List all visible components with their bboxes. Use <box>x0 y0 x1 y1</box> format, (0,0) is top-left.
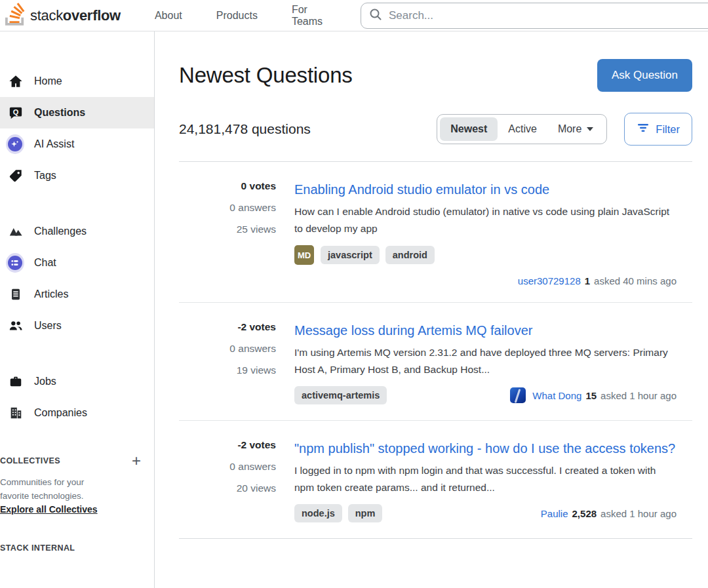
chat-icon <box>6 253 24 273</box>
sidebar-item-companies[interactable]: Companies <box>0 397 154 429</box>
question-title-link[interactable]: Enabling Android studio emulator in vs c… <box>294 180 677 199</box>
explore-collectives-link[interactable]: Explore all Collectives <box>0 504 98 515</box>
sidebar-item-label: Challenges <box>34 225 87 237</box>
sidebar-item-tags[interactable]: Tags <box>0 160 154 191</box>
sidebar-item-label: Tags <box>34 170 56 182</box>
stack-internal-heading: STACK INTERNAL <box>0 543 75 553</box>
tag-pill[interactable]: android <box>385 246 435 264</box>
nav-link-for-teams[interactable]: For Teams <box>275 0 340 36</box>
votes-count: -2 votes <box>179 439 276 451</box>
filter-button[interactable]: Filter <box>624 113 692 146</box>
collectives-description: Communities for your favorite technologi… <box>0 475 111 503</box>
collectives-section: COLLECTIVES + Communities for your favor… <box>0 455 154 515</box>
search-bar[interactable] <box>361 3 708 29</box>
question-title-link[interactable]: Message loss during Artemis MQ failover <box>294 321 677 340</box>
caret-down-icon <box>587 127 593 131</box>
page-title: Newest Questions <box>179 63 353 88</box>
views-count: 20 views <box>179 482 276 494</box>
filter-icon <box>637 121 650 137</box>
ai-assist-icon <box>6 134 24 154</box>
sidebar-item-users[interactable]: Users <box>0 310 154 342</box>
tab-more[interactable]: More <box>547 117 604 141</box>
tag-pill[interactable]: activemq-artemis <box>294 386 387 404</box>
left-sidebar: Home Q Questions AI Assist <box>0 31 155 588</box>
sidebar-item-label: Users <box>34 320 62 332</box>
username-link[interactable]: What Dong <box>532 390 581 401</box>
stackoverflow-logo[interactable]: stackoverflow <box>5 3 138 28</box>
answers-count: 0 answers <box>179 202 276 214</box>
jobs-icon <box>7 373 24 390</box>
sidebar-item-label: Home <box>34 75 62 87</box>
answers-count: 0 answers <box>179 461 276 473</box>
nav-link-products[interactable]: Products <box>199 1 275 30</box>
asked-time: asked 1 hour ago <box>600 508 677 519</box>
asked-time: asked 1 hour ago <box>600 390 677 401</box>
votes-count: -2 votes <box>179 321 276 333</box>
question-excerpt: I'm using Artemis MQ version 2.31.2 and … <box>294 344 677 378</box>
companies-icon <box>7 404 24 421</box>
user-reputation: 1 <box>585 275 590 286</box>
views-count: 25 views <box>179 224 276 235</box>
plus-icon[interactable]: + <box>132 455 141 467</box>
sidebar-item-challenges[interactable]: Challenges <box>0 216 154 247</box>
tags-icon <box>7 167 24 184</box>
sidebar-item-label: Jobs <box>34 376 56 387</box>
nav-link-about[interactable]: About <box>138 1 199 30</box>
question-meta: user30729128 1 asked 40 mins ago <box>294 275 677 286</box>
views-count: 19 views <box>179 364 276 376</box>
stackoverflow-logo-icon <box>5 3 25 28</box>
user-avatar[interactable] <box>510 387 526 403</box>
ask-question-button[interactable]: Ask Question <box>597 59 692 92</box>
username-link[interactable]: Paulie <box>541 508 568 519</box>
users-icon <box>7 317 24 334</box>
question-excerpt: I logged in to npm with npm login and th… <box>294 462 677 496</box>
main-content: Newest Questions Ask Question 24,181,478… <box>155 31 708 588</box>
question-stats: 0 votes 0 answers 25 views <box>179 180 276 286</box>
question-row: 0 votes 0 answers 25 views Enabling Andr… <box>179 162 692 303</box>
sidebar-item-label: Companies <box>34 407 87 419</box>
answers-count: 0 answers <box>179 343 276 355</box>
home-icon <box>7 73 24 90</box>
tag-pill[interactable]: npm <box>348 504 383 522</box>
question-stats: -2 votes 0 answers 19 views <box>179 321 276 404</box>
question-meta: Paulie 2,528 asked 1 hour ago <box>541 508 677 519</box>
search-input[interactable] <box>389 9 708 22</box>
sidebar-item-label: AI Assist <box>34 138 74 150</box>
user-reputation: 15 <box>585 390 597 401</box>
question-row: -2 votes 0 answers 20 views "npm publish… <box>179 421 692 539</box>
sidebar-item-chat[interactable]: Chat <box>0 247 154 279</box>
username-link[interactable]: user30729128 <box>518 275 581 286</box>
sidebar-item-articles[interactable]: Articles <box>0 279 154 310</box>
top-navigation: stackoverflow About Products For Teams <box>0 0 708 31</box>
question-meta: What Dong 15 asked 1 hour ago <box>510 387 677 403</box>
question-count: 24,181,478 questions <box>179 121 311 137</box>
user-reputation: 2,528 <box>572 508 597 519</box>
question-row: -2 votes 0 answers 19 views Message loss… <box>179 303 692 421</box>
questions-icon: Q <box>7 104 24 121</box>
sidebar-item-label: Chat <box>34 257 56 269</box>
votes-count: 0 votes <box>179 180 276 192</box>
user-avatar[interactable]: MD <box>294 245 314 265</box>
logo-wordmark: stackoverflow <box>30 7 121 24</box>
sidebar-item-ai-assist[interactable]: AI Assist <box>0 128 154 160</box>
question-excerpt: How can I enable Android studio (emulato… <box>294 203 677 237</box>
collectives-heading: COLLECTIVES <box>0 456 60 465</box>
tab-active[interactable]: Active <box>498 117 547 141</box>
tag-pill[interactable]: node.js <box>294 504 342 522</box>
tab-newest[interactable]: Newest <box>440 117 498 141</box>
question-title-link[interactable]: "npm publish" stopped working - how do I… <box>294 439 677 458</box>
question-stats: -2 votes 0 answers 20 views <box>179 439 276 522</box>
search-icon <box>369 8 382 24</box>
sidebar-item-label: Articles <box>34 288 68 300</box>
challenges-icon <box>7 223 24 240</box>
asked-time: asked 40 mins ago <box>594 275 677 286</box>
sidebar-item-jobs[interactable]: Jobs <box>0 366 154 397</box>
svg-text:Q: Q <box>13 108 19 116</box>
articles-icon <box>7 286 24 303</box>
sidebar-item-label: Questions <box>34 107 85 119</box>
tag-pill[interactable]: javascript <box>321 246 380 264</box>
sidebar-item-questions[interactable]: Q Questions <box>0 97 154 128</box>
sidebar-item-home[interactable]: Home <box>0 66 154 97</box>
sort-tab-group: Newest Active More <box>437 114 607 144</box>
